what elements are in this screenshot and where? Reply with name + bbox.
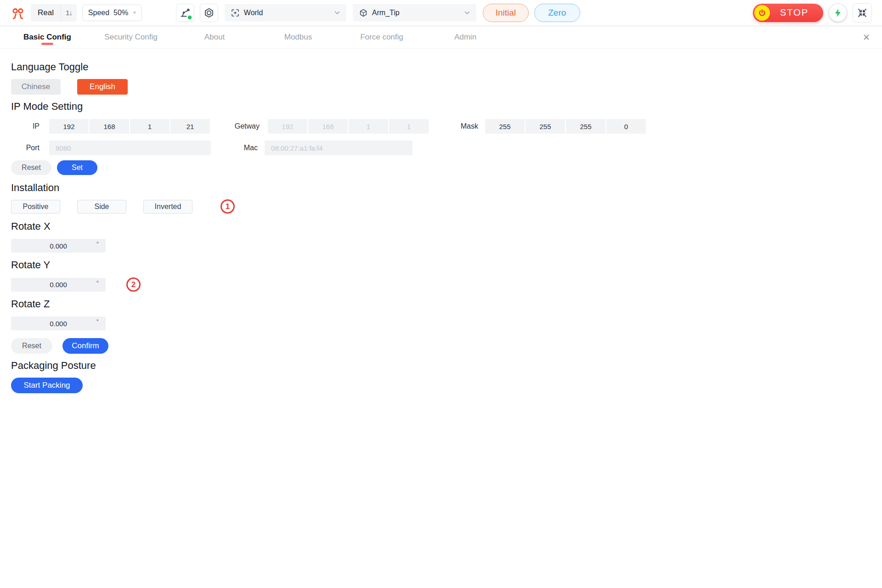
robot-arm-button[interactable] [176, 4, 194, 22]
port-input[interactable] [49, 141, 211, 155]
brand-logo-icon [11, 5, 25, 21]
chinese-button[interactable]: Chinese [11, 79, 61, 95]
annotation-circle-2: 2 [126, 277, 141, 292]
speed-dropdown[interactable]: Speed 50% ▾ [82, 5, 142, 21]
mask-octet-1[interactable]: 255 [485, 119, 525, 134]
mode-switch-icon[interactable]: 1↓ [61, 9, 77, 17]
initial-button[interactable]: Initial [483, 4, 529, 22]
stop-label: STOP [770, 7, 819, 18]
tool-select[interactable]: Arm_Tip [353, 4, 476, 22]
installation-title: Installation [11, 182, 882, 194]
ip-octet-4[interactable]: 21 [170, 119, 210, 134]
close-icon[interactable]: ✕ [863, 33, 870, 41]
rotate-x-title: Rotate X [11, 220, 882, 232]
rotate-reset-button[interactable]: Reset [11, 338, 52, 354]
power-boost-button[interactable] [829, 4, 847, 22]
basic-config-panel: Language Toggle Chinese English IP Mode … [0, 61, 882, 393]
installation-positive-button[interactable]: Positive [11, 200, 60, 214]
tab-admin[interactable]: Admin [431, 26, 500, 48]
hex-nut-icon [204, 7, 215, 18]
tab-about[interactable]: About [180, 26, 249, 48]
getway-octet-1: 192 [268, 119, 307, 134]
chevron-down-icon [334, 11, 340, 15]
rotate-x-input[interactable] [11, 242, 106, 250]
mask-octet-2[interactable]: 255 [526, 119, 565, 134]
packaging-posture-title: Packaging Posture [11, 360, 882, 372]
top-toolbar: Real 1↓ Speed 50% ▾ [0, 0, 882, 26]
rotate-z-title: Rotate Z [11, 298, 882, 310]
english-button[interactable]: English [77, 79, 128, 95]
tab-basic-config[interactable]: Basic Config [13, 26, 82, 48]
annotation-circle-1: 1 [220, 199, 235, 214]
mask-octet-3[interactable]: 255 [566, 119, 605, 134]
mac-input[interactable] [265, 141, 413, 155]
degree-unit: ° [96, 318, 99, 325]
ip-address-row: IP 192 168 1 21 Getway 192 168 1 1 Mask … [11, 119, 882, 134]
mode-label: Real [31, 8, 61, 17]
getway-octet-4: 1 [389, 119, 429, 134]
ip-octet-3[interactable]: 1 [130, 119, 170, 134]
rotate-z-input[interactable] [11, 320, 106, 328]
mask-octet-4[interactable]: 0 [606, 119, 646, 134]
config-tabbar: Basic Config Security Config About Modbu… [0, 26, 882, 49]
mask-label: Mask [457, 122, 478, 130]
getway-label: Getway [230, 122, 260, 130]
speed-value: 50% [113, 9, 128, 17]
rotate-y-field: ° [11, 278, 106, 292]
language-toggle-title: Language Toggle [11, 61, 882, 73]
start-packing-button[interactable]: Start Packing [11, 378, 83, 393]
degree-unit: ° [96, 240, 99, 247]
ip-octet-1[interactable]: 192 [49, 119, 89, 134]
port-mac-row: Port Mac [11, 141, 882, 155]
ip-octet-2[interactable]: 168 [90, 119, 129, 134]
rotate-z-field: ° [11, 317, 106, 330]
ip-set-button[interactable]: Set [57, 160, 97, 175]
tab-modbus[interactable]: Modbus [264, 26, 333, 48]
mac-label: Mac [241, 144, 258, 152]
port-label: Port [11, 144, 40, 152]
rotate-confirm-button[interactable]: Confirm [62, 338, 108, 354]
ip-label: IP [11, 122, 40, 130]
degree-unit: ° [96, 279, 99, 286]
mode-selector[interactable]: Real 1↓ [31, 4, 77, 22]
speed-label: Speed [88, 9, 109, 17]
settings-button[interactable] [200, 4, 218, 22]
cube-icon [359, 9, 368, 17]
getway-octet-3: 1 [349, 119, 388, 134]
stop-button[interactable]: STOP [753, 4, 823, 22]
collapse-arrows-icon [857, 8, 867, 18]
tab-security-config[interactable]: Security Config [96, 26, 165, 48]
ip-reset-button[interactable]: Reset [11, 160, 51, 175]
frame-value: World [244, 9, 263, 17]
coordinate-frame-select[interactable]: World [225, 4, 346, 22]
installation-inverted-button[interactable]: Inverted [143, 200, 192, 214]
power-icon [754, 5, 770, 21]
caret-down-icon: ▾ [133, 10, 136, 16]
tool-value: Arm_Tip [372, 9, 400, 17]
zero-button[interactable]: Zero [534, 4, 580, 22]
rotate-y-title: Rotate Y [11, 259, 882, 271]
ip-mode-title: IP Mode Setting [11, 101, 882, 113]
rotate-x-field: ° [11, 239, 106, 253]
collapse-button[interactable] [853, 3, 872, 23]
frame-icon [231, 9, 239, 17]
chevron-down-icon [464, 11, 470, 15]
tab-force-config[interactable]: Force config [347, 26, 416, 48]
rotate-y-input[interactable] [11, 281, 106, 288]
lightning-icon [834, 8, 842, 17]
getway-octet-2: 168 [308, 119, 348, 134]
installation-side-button[interactable]: Side [77, 200, 126, 214]
status-dot-icon [187, 15, 192, 20]
